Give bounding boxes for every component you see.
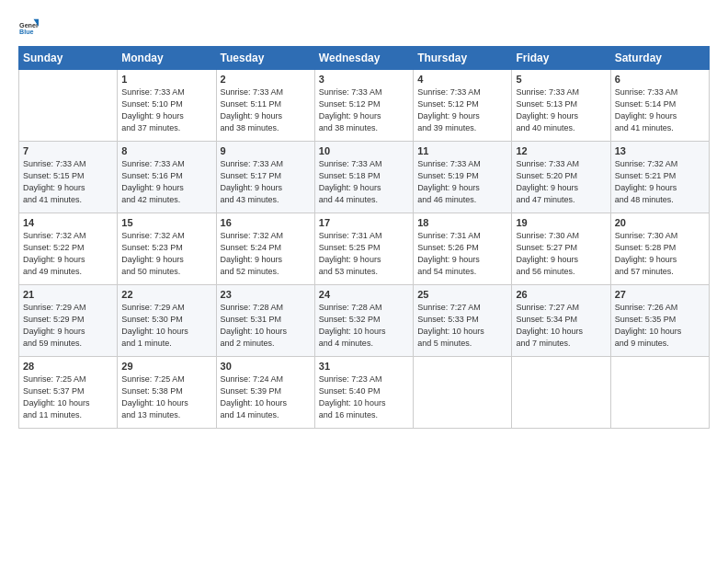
day-header-monday: Monday: [118, 47, 216, 70]
day-cell: 22Sunrise: 7:29 AM Sunset: 5:30 PM Dayli…: [118, 285, 216, 357]
day-info: Sunrise: 7:33 AM Sunset: 5:12 PM Dayligh…: [319, 86, 409, 134]
day-cell: 11Sunrise: 7:33 AM Sunset: 5:19 PM Dayli…: [414, 142, 512, 213]
day-number: 20: [615, 217, 705, 228]
day-info: Sunrise: 7:31 AM Sunset: 5:25 PM Dayligh…: [319, 230, 409, 278]
day-info: Sunrise: 7:33 AM Sunset: 5:17 PM Dayligh…: [221, 158, 311, 206]
day-cell: 3Sunrise: 7:33 AM Sunset: 5:12 PM Daylig…: [314, 70, 413, 142]
day-cell: 16Sunrise: 7:32 AM Sunset: 5:24 PM Dayli…: [216, 213, 314, 285]
calendar-table: SundayMondayTuesdayWednesdayThursdayFrid…: [18, 46, 710, 429]
day-info: Sunrise: 7:33 AM Sunset: 5:15 PM Dayligh…: [23, 158, 113, 206]
day-cell: 31Sunrise: 7:23 AM Sunset: 5:40 PM Dayli…: [314, 357, 413, 429]
day-number: 30: [221, 361, 311, 372]
day-cell: 30Sunrise: 7:24 AM Sunset: 5:39 PM Dayli…: [216, 357, 314, 429]
day-info: Sunrise: 7:33 AM Sunset: 5:10 PM Dayligh…: [121, 86, 211, 134]
day-cell: [19, 70, 118, 142]
day-cell: 4Sunrise: 7:33 AM Sunset: 5:12 PM Daylig…: [414, 70, 512, 142]
day-number: 14: [23, 217, 113, 228]
day-cell: 21Sunrise: 7:29 AM Sunset: 5:29 PM Dayli…: [19, 285, 118, 357]
day-info: Sunrise: 7:25 AM Sunset: 5:38 PM Dayligh…: [121, 373, 211, 421]
day-number: 12: [516, 145, 606, 156]
day-number: 24: [319, 289, 409, 300]
logo: General Blue: [18, 17, 42, 37]
day-info: Sunrise: 7:26 AM Sunset: 5:35 PM Dayligh…: [615, 302, 705, 350]
day-number: 10: [319, 145, 409, 156]
day-cell: [610, 357, 709, 429]
day-cell: 23Sunrise: 7:28 AM Sunset: 5:31 PM Dayli…: [216, 285, 314, 357]
day-cell: 9Sunrise: 7:33 AM Sunset: 5:17 PM Daylig…: [216, 142, 314, 213]
day-cell: 6Sunrise: 7:33 AM Sunset: 5:14 PM Daylig…: [610, 70, 709, 142]
day-cell: 28Sunrise: 7:25 AM Sunset: 5:37 PM Dayli…: [19, 357, 118, 429]
day-number: 11: [417, 145, 507, 156]
day-number: 21: [23, 289, 113, 300]
day-cell: 12Sunrise: 7:33 AM Sunset: 5:20 PM Dayli…: [512, 142, 610, 213]
day-info: Sunrise: 7:31 AM Sunset: 5:26 PM Dayligh…: [417, 230, 507, 278]
day-number: 8: [121, 145, 211, 156]
day-number: 6: [615, 74, 705, 85]
calendar-header-row: SundayMondayTuesdayWednesdayThursdayFrid…: [19, 47, 710, 70]
day-info: Sunrise: 7:30 AM Sunset: 5:28 PM Dayligh…: [615, 230, 705, 278]
day-number: 2: [221, 74, 311, 85]
day-info: Sunrise: 7:29 AM Sunset: 5:29 PM Dayligh…: [23, 302, 113, 350]
day-number: 18: [417, 217, 507, 228]
day-number: 26: [516, 289, 606, 300]
day-number: 17: [319, 217, 409, 228]
day-info: Sunrise: 7:32 AM Sunset: 5:22 PM Dayligh…: [23, 230, 113, 278]
day-info: Sunrise: 7:33 AM Sunset: 5:20 PM Dayligh…: [516, 158, 606, 206]
day-number: 16: [221, 217, 311, 228]
week-row-3: 14Sunrise: 7:32 AM Sunset: 5:22 PM Dayli…: [19, 213, 710, 285]
day-number: 7: [23, 145, 113, 156]
day-number: 25: [417, 289, 507, 300]
week-row-4: 21Sunrise: 7:29 AM Sunset: 5:29 PM Dayli…: [19, 285, 710, 357]
day-info: Sunrise: 7:32 AM Sunset: 5:24 PM Dayligh…: [221, 230, 311, 278]
day-cell: 29Sunrise: 7:25 AM Sunset: 5:38 PM Dayli…: [118, 357, 216, 429]
day-info: Sunrise: 7:23 AM Sunset: 5:40 PM Dayligh…: [319, 373, 409, 421]
week-row-5: 28Sunrise: 7:25 AM Sunset: 5:37 PM Dayli…: [19, 357, 710, 429]
day-header-saturday: Saturday: [610, 47, 709, 70]
day-info: Sunrise: 7:32 AM Sunset: 5:21 PM Dayligh…: [615, 158, 705, 206]
day-cell: 14Sunrise: 7:32 AM Sunset: 5:22 PM Dayli…: [19, 213, 118, 285]
day-number: 31: [319, 361, 409, 372]
day-cell: 2Sunrise: 7:33 AM Sunset: 5:11 PM Daylig…: [216, 70, 314, 142]
day-cell: 5Sunrise: 7:33 AM Sunset: 5:13 PM Daylig…: [512, 70, 610, 142]
calendar-page: General Blue SundayMondayTuesdayWednesda…: [0, 0, 728, 563]
day-info: Sunrise: 7:33 AM Sunset: 5:13 PM Dayligh…: [516, 86, 606, 134]
day-header-friday: Friday: [512, 47, 610, 70]
day-info: Sunrise: 7:32 AM Sunset: 5:23 PM Dayligh…: [121, 230, 211, 278]
day-number: 3: [319, 74, 409, 85]
day-info: Sunrise: 7:33 AM Sunset: 5:12 PM Dayligh…: [417, 86, 507, 134]
day-info: Sunrise: 7:33 AM Sunset: 5:16 PM Dayligh…: [121, 158, 211, 206]
day-info: Sunrise: 7:33 AM Sunset: 5:11 PM Dayligh…: [221, 86, 311, 134]
day-info: Sunrise: 7:24 AM Sunset: 5:39 PM Dayligh…: [221, 373, 311, 421]
day-number: 1: [121, 74, 211, 85]
day-cell: 18Sunrise: 7:31 AM Sunset: 5:26 PM Dayli…: [414, 213, 512, 285]
day-cell: 7Sunrise: 7:33 AM Sunset: 5:15 PM Daylig…: [19, 142, 118, 213]
day-cell: 27Sunrise: 7:26 AM Sunset: 5:35 PM Dayli…: [610, 285, 709, 357]
day-info: Sunrise: 7:29 AM Sunset: 5:30 PM Dayligh…: [121, 302, 211, 350]
day-info: Sunrise: 7:30 AM Sunset: 5:27 PM Dayligh…: [516, 230, 606, 278]
day-number: 27: [615, 289, 705, 300]
day-info: Sunrise: 7:33 AM Sunset: 5:19 PM Dayligh…: [417, 158, 507, 206]
day-number: 9: [221, 145, 311, 156]
day-number: 28: [23, 361, 113, 372]
day-number: 22: [121, 289, 211, 300]
header: General Blue: [18, 17, 710, 37]
day-info: Sunrise: 7:28 AM Sunset: 5:32 PM Dayligh…: [319, 302, 409, 350]
day-cell: 17Sunrise: 7:31 AM Sunset: 5:25 PM Dayli…: [314, 213, 413, 285]
day-info: Sunrise: 7:25 AM Sunset: 5:37 PM Dayligh…: [23, 373, 113, 421]
day-number: 13: [615, 145, 705, 156]
day-number: 5: [516, 74, 606, 85]
day-cell: 19Sunrise: 7:30 AM Sunset: 5:27 PM Dayli…: [512, 213, 610, 285]
day-cell: 25Sunrise: 7:27 AM Sunset: 5:33 PM Dayli…: [414, 285, 512, 357]
day-header-sunday: Sunday: [19, 47, 118, 70]
day-header-tuesday: Tuesday: [216, 47, 314, 70]
day-cell: 1Sunrise: 7:33 AM Sunset: 5:10 PM Daylig…: [118, 70, 216, 142]
day-number: 29: [121, 361, 211, 372]
day-cell: 26Sunrise: 7:27 AM Sunset: 5:34 PM Dayli…: [512, 285, 610, 357]
day-cell: 20Sunrise: 7:30 AM Sunset: 5:28 PM Dayli…: [610, 213, 709, 285]
day-cell: 13Sunrise: 7:32 AM Sunset: 5:21 PM Dayli…: [610, 142, 709, 213]
generalblue-logo-icon: General Blue: [18, 17, 39, 37]
day-cell: 10Sunrise: 7:33 AM Sunset: 5:18 PM Dayli…: [314, 142, 413, 213]
day-header-thursday: Thursday: [414, 47, 512, 70]
day-number: 15: [121, 217, 211, 228]
svg-text:Blue: Blue: [19, 29, 34, 36]
